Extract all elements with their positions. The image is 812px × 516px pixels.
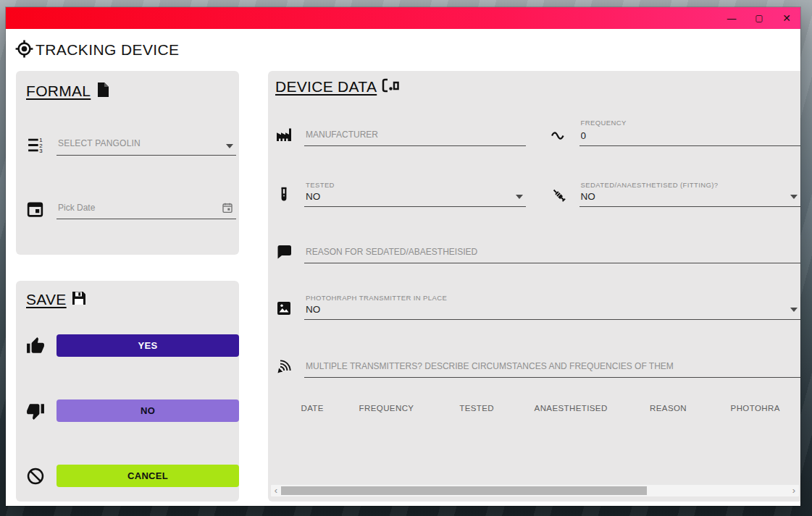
- save-card-title: SAVE: [26, 291, 67, 308]
- wireless-signal-icon: [275, 358, 304, 378]
- date-field[interactable]: [56, 199, 236, 219]
- manufacturer-frequency-row: FREQUENCY: [275, 117, 800, 146]
- formal-card: FORMAL 123 SELECT PANGOLIN: [16, 71, 239, 255]
- photograph-label: PHOTOHRAPH TRANSMITTER IN PLACE: [306, 294, 789, 302]
- file-icon: [94, 81, 112, 101]
- window-content: FORMAL 123 SELECT PANGOLIN: [6, 71, 800, 506]
- reason-row: [275, 243, 800, 263]
- photograph-select[interactable]: PHOTOHRAPH TRANSMITTER IN PLACE NO: [304, 292, 800, 320]
- yes-button[interactable]: YES: [56, 334, 239, 357]
- syringe-icon: [551, 187, 579, 207]
- svg-text:3: 3: [39, 148, 42, 154]
- formal-card-header: FORMAL: [26, 81, 236, 101]
- test-tube-icon: [275, 187, 304, 207]
- multiple-transmitters-input[interactable]: [306, 360, 800, 371]
- no-row: NO: [26, 399, 239, 422]
- wave-icon: [551, 126, 579, 146]
- frequency-input[interactable]: [581, 130, 801, 141]
- tested-value: NO: [306, 191, 514, 202]
- cancel-row: CANCEL: [26, 465, 239, 487]
- tested-col: TESTED NO: [275, 179, 526, 207]
- horizontal-scrollbar[interactable]: ‹ ›: [271, 485, 799, 496]
- desktop-wallpaper: — ▢ ✕ TRACKING DEVICE FORMAL: [0, 0, 812, 516]
- column-header-tested[interactable]: TESTED: [438, 404, 516, 413]
- scroll-right-icon[interactable]: ›: [789, 486, 799, 496]
- block-icon: [26, 467, 56, 486]
- multiple-transmitters-field[interactable]: [304, 358, 800, 378]
- save-floppy-icon: [70, 289, 88, 310]
- reason-field[interactable]: [304, 243, 800, 263]
- chevron-down-icon: [226, 144, 233, 148]
- minimize-button[interactable]: —: [718, 7, 745, 29]
- frequency-field[interactable]: FREQUENCY: [579, 117, 801, 146]
- reason-input[interactable]: [306, 246, 800, 257]
- scrollbar-thumb[interactable]: [281, 486, 647, 495]
- sedated-select[interactable]: SEDATED/ANAESTHETISED (FITTING)? NO: [579, 179, 801, 207]
- save-card-header: SAVE: [26, 289, 239, 310]
- tested-sedated-row: TESTED NO SEDATED/ANAESTHETISED (FITTING…: [275, 179, 800, 207]
- column-header-photohra[interactable]: PHOTOHRA: [710, 404, 800, 413]
- cancel-button[interactable]: CANCEL: [56, 465, 239, 487]
- left-column: FORMAL 123 SELECT PANGOLIN: [16, 71, 239, 502]
- image-icon: [275, 300, 304, 320]
- factory-icon: [275, 126, 304, 146]
- chevron-down-icon: [790, 195, 798, 199]
- thumb-down-icon: [26, 402, 56, 420]
- column-header-reason[interactable]: REASON: [627, 404, 711, 413]
- pangolin-select-placeholder: SELECT PANGOLIN: [58, 138, 141, 148]
- page-title: TRACKING DEVICE: [35, 41, 180, 59]
- scrollbar-track[interactable]: [281, 486, 789, 496]
- no-button[interactable]: NO: [56, 399, 239, 422]
- device-data-card: DEVICE DATA: [268, 71, 800, 502]
- frequency-col: FREQUENCY: [551, 117, 801, 146]
- save-card: SAVE YES: [16, 281, 239, 502]
- device-card-header: DEVICE DATA: [275, 77, 800, 97]
- date-row: [26, 199, 236, 219]
- tested-label: TESTED: [306, 181, 514, 189]
- yes-row: YES: [26, 334, 239, 357]
- calendar-picker-icon[interactable]: [222, 202, 233, 213]
- manufacturer-field[interactable]: [304, 126, 526, 146]
- date-input[interactable]: [58, 202, 217, 213]
- photograph-value: NO: [306, 304, 789, 315]
- device-table-header: DATE FREQUENCY TESTED ANAESTHETISED REAS…: [275, 404, 800, 413]
- column-header-date[interactable]: DATE: [290, 404, 335, 413]
- formal-card-title: FORMAL: [26, 83, 91, 100]
- sedated-col: SEDATED/ANAESTHETISED (FITTING)? NO: [551, 179, 801, 207]
- manufacturer-input[interactable]: [306, 129, 526, 140]
- titlebar: — ▢ ✕: [6, 7, 800, 29]
- pangolin-select-row: 123 SELECT PANGOLIN: [26, 135, 236, 156]
- column-header-frequency[interactable]: FREQUENCY: [335, 404, 438, 413]
- chevron-down-icon: [790, 308, 798, 312]
- frequency-label: FREQUENCY: [581, 119, 801, 127]
- device-card-title: DEVICE DATA: [275, 78, 377, 96]
- thumb-up-icon: [26, 337, 56, 355]
- pangolin-select[interactable]: SELECT PANGOLIN: [56, 135, 236, 156]
- sedated-label: SEDATED/ANAESTHETISED (FITTING)?: [581, 181, 790, 189]
- app-window: — ▢ ✕ TRACKING DEVICE FORMAL: [6, 7, 800, 506]
- sedated-value: NO: [581, 191, 790, 202]
- app-header: TRACKING DEVICE: [6, 29, 800, 71]
- tracking-device-icon: [380, 77, 401, 97]
- multiple-transmitters-row: [275, 358, 800, 378]
- numbered-list-icon: 123: [26, 136, 56, 156]
- manufacturer-col: [275, 117, 526, 146]
- chevron-down-icon: [516, 195, 523, 199]
- photograph-row: PHOTOHRAPH TRANSMITTER IN PLACE NO: [275, 292, 800, 320]
- tested-select[interactable]: TESTED NO: [304, 179, 526, 207]
- close-button[interactable]: ✕: [773, 7, 800, 29]
- maximize-button[interactable]: ▢: [745, 7, 773, 29]
- calendar-icon: [26, 200, 56, 219]
- chat-icon: [275, 243, 304, 263]
- scroll-left-icon[interactable]: ‹: [271, 486, 281, 496]
- gps-target-icon: [14, 39, 34, 62]
- column-header-anaesthetised[interactable]: ANAESTHETISED: [516, 404, 627, 413]
- right-column: DEVICE DATA: [268, 71, 800, 502]
